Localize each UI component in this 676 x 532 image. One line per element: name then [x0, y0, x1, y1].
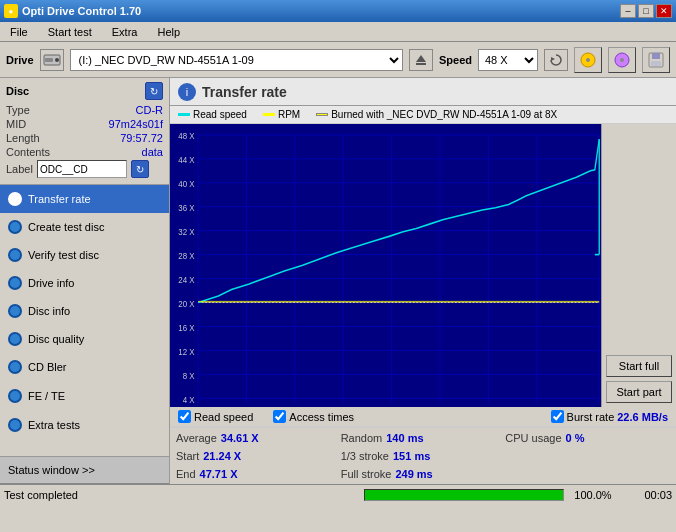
svg-marker-5: [551, 57, 555, 61]
drive-select[interactable]: (I:) _NEC DVD_RW ND-4551A 1-09: [70, 49, 403, 71]
status-text: Test completed: [4, 489, 360, 501]
legend-burned-with: Burned with _NEC DVD_RW ND-4551A 1-09 at…: [316, 109, 557, 120]
drive-bar: Drive (I:) _NEC DVD_RW ND-4551A 1-09 Spe…: [0, 42, 676, 78]
chart-title-icon: i: [178, 83, 196, 101]
random-label: Random: [341, 432, 383, 444]
chart-svg: 48 X 44 X 40 X 36 X 32 X 28 X 24 X 20 X …: [170, 124, 601, 407]
main-layout: Disc ↻ Type CD-R MID 97m24s01f Length 79…: [0, 78, 676, 484]
end-value: 47.71 X: [200, 468, 238, 480]
menu-start-test[interactable]: Start test: [42, 24, 98, 40]
disc-label-refresh[interactable]: ↻: [131, 160, 149, 178]
progress-pct: 100.0%: [568, 489, 618, 501]
cb-access-times-input[interactable]: [273, 410, 286, 423]
nav-icon-drive-info: [8, 276, 22, 290]
speed-select[interactable]: 48 X: [478, 49, 538, 71]
legend-burned-color: [316, 113, 328, 116]
eject-button[interactable]: [409, 49, 433, 71]
status-bar: Test completed 100.0% 00:03: [0, 484, 676, 504]
stats-row-1: Average 34.61 X Random 140 ms CPU usage …: [176, 429, 670, 447]
svg-rect-12: [651, 61, 661, 66]
disc-title: Disc: [6, 85, 29, 97]
disc-erase-button[interactable]: [574, 47, 602, 73]
average-label: Average: [176, 432, 217, 444]
nav-icon-fe-te: [8, 389, 22, 403]
nav-disc-quality[interactable]: Disc quality: [0, 325, 169, 353]
svg-text:8 X: 8 X: [183, 370, 195, 381]
svg-rect-2: [45, 58, 53, 62]
svg-rect-13: [170, 124, 601, 407]
nav-drive-info[interactable]: Drive info: [0, 269, 169, 297]
chart-header: i Transfer rate: [170, 78, 676, 106]
cb-read-speed[interactable]: Read speed: [178, 410, 253, 423]
refresh-button[interactable]: [544, 49, 568, 71]
progress-fill: [365, 490, 563, 500]
nav-icon-transfer-rate: [8, 192, 22, 206]
svg-text:4 X: 4 X: [183, 394, 195, 405]
disc-panel: Disc ↻ Type CD-R MID 97m24s01f Length 79…: [0, 78, 169, 185]
svg-text:48 X: 48 X: [178, 130, 194, 141]
svg-marker-3: [416, 55, 426, 62]
svg-point-1: [55, 58, 59, 62]
maximize-button[interactable]: □: [638, 4, 654, 18]
svg-text:44 X: 44 X: [178, 154, 194, 165]
nav-label-disc-info: Disc info: [28, 305, 70, 317]
chart-title: Transfer rate: [202, 84, 287, 100]
speed-label: Speed: [439, 54, 472, 66]
save-button[interactable]: [642, 47, 670, 73]
stats-panel: Average 34.61 X Random 140 ms CPU usage …: [170, 427, 676, 484]
cb-burst-rate[interactable]: Burst rate 22.6 MB/s: [551, 410, 668, 423]
nav-label-verify-test-disc: Verify test disc: [28, 249, 99, 261]
nav-icon-create-test-disc: [8, 220, 22, 234]
random-value: 140 ms: [386, 432, 423, 444]
menu-extra[interactable]: Extra: [106, 24, 144, 40]
nav-label-disc-quality: Disc quality: [28, 333, 84, 345]
close-button[interactable]: ✕: [656, 4, 672, 18]
minimize-button[interactable]: –: [620, 4, 636, 18]
nav-label-transfer-rate: Transfer rate: [28, 193, 91, 205]
start-part-button[interactable]: Start part: [606, 381, 672, 403]
full-stroke-label: Full stroke: [341, 468, 392, 480]
svg-text:20 X: 20 X: [178, 298, 194, 309]
disc-mid-value: 97m24s01f: [109, 118, 163, 130]
content-area: i Transfer rate Read speed RPM Burned wi…: [170, 78, 676, 484]
progress-bar: [364, 489, 564, 501]
disc-contents-value: data: [142, 146, 163, 158]
disc-type-value: CD-R: [136, 104, 164, 116]
cpu-usage-value: 0 %: [566, 432, 585, 444]
nav-fe-te[interactable]: FE / TE: [0, 381, 169, 411]
nav-icon-disc-quality: [8, 332, 22, 346]
status-window-button[interactable]: Status window >>: [0, 456, 169, 484]
cb-read-speed-input[interactable]: [178, 410, 191, 423]
stats-row-3: End 47.71 X Full stroke 249 ms: [176, 465, 670, 483]
svg-text:32 X: 32 X: [178, 226, 194, 237]
nav-icon-cd-bler: [8, 360, 22, 374]
disc-refresh-button[interactable]: ↻: [145, 82, 163, 100]
svg-point-7: [586, 58, 590, 62]
nav-cd-bler[interactable]: CD Bler: [0, 353, 169, 381]
cb-access-times[interactable]: Access times: [273, 410, 354, 423]
end-label: End: [176, 468, 196, 480]
legend-rpm: RPM: [263, 109, 300, 120]
start-full-button[interactable]: Start full: [606, 355, 672, 377]
disc-label-input[interactable]: [37, 160, 127, 178]
nav-transfer-rate[interactable]: Transfer rate: [0, 185, 169, 213]
nav-extra-tests[interactable]: Extra tests: [0, 411, 169, 439]
disc-burn-button[interactable]: [608, 47, 636, 73]
menu-file[interactable]: File: [4, 24, 34, 40]
svg-text:12 X: 12 X: [178, 346, 194, 357]
full-stroke-value: 249 ms: [395, 468, 432, 480]
nav-label-drive-info: Drive info: [28, 277, 74, 289]
disc-type-label: Type: [6, 104, 30, 116]
disc-mid-label: MID: [6, 118, 26, 130]
chart-legend: Read speed RPM Burned with _NEC DVD_RW N…: [170, 106, 676, 124]
drive-icon: [40, 49, 64, 71]
cb-burst-rate-input[interactable]: [551, 410, 564, 423]
menu-help[interactable]: Help: [151, 24, 186, 40]
legend-rpm-label: RPM: [278, 109, 300, 120]
nav-create-test-disc[interactable]: Create test disc: [0, 213, 169, 241]
nav-verify-test-disc[interactable]: Verify test disc: [0, 241, 169, 269]
nav-icon-disc-info: [8, 304, 22, 318]
nav-disc-info[interactable]: Disc info: [0, 297, 169, 325]
disc-length-value: 79:57.72: [120, 132, 163, 144]
disc-contents-label: Contents: [6, 146, 50, 158]
